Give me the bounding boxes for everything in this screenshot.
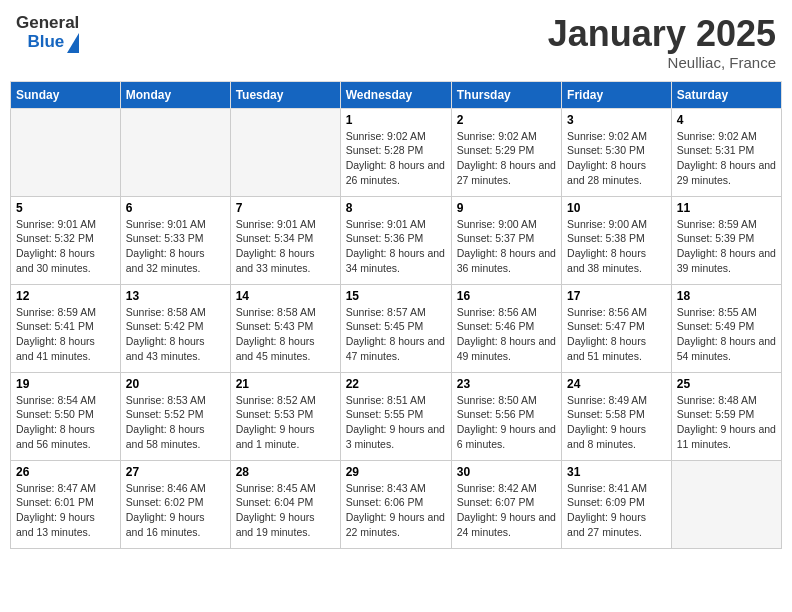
calendar-cell: [671, 460, 781, 548]
calendar-cell: 1Sunrise: 9:02 AMSunset: 5:28 PMDaylight…: [340, 108, 451, 196]
week-row: 1Sunrise: 9:02 AMSunset: 5:28 PMDaylight…: [11, 108, 782, 196]
day-info: Sunrise: 8:59 AMSunset: 5:41 PMDaylight:…: [16, 305, 115, 364]
day-info: Sunrise: 8:46 AMSunset: 6:02 PMDaylight:…: [126, 481, 225, 540]
weekday-header: Friday: [562, 81, 672, 108]
calendar-cell: 25Sunrise: 8:48 AMSunset: 5:59 PMDayligh…: [671, 372, 781, 460]
day-number: 28: [236, 465, 335, 479]
calendar-cell: 19Sunrise: 8:54 AMSunset: 5:50 PMDayligh…: [11, 372, 121, 460]
week-row: 19Sunrise: 8:54 AMSunset: 5:50 PMDayligh…: [11, 372, 782, 460]
day-info: Sunrise: 8:47 AMSunset: 6:01 PMDaylight:…: [16, 481, 115, 540]
day-number: 23: [457, 377, 556, 391]
calendar-cell: 31Sunrise: 8:41 AMSunset: 6:09 PMDayligh…: [562, 460, 672, 548]
calendar-cell: 10Sunrise: 9:00 AMSunset: 5:38 PMDayligh…: [562, 196, 672, 284]
calendar-cell: 27Sunrise: 8:46 AMSunset: 6:02 PMDayligh…: [120, 460, 230, 548]
calendar-cell: 29Sunrise: 8:43 AMSunset: 6:06 PMDayligh…: [340, 460, 451, 548]
logo-triangle-icon: [67, 33, 79, 53]
day-number: 3: [567, 113, 666, 127]
location: Neulliac, France: [548, 54, 776, 71]
day-info: Sunrise: 8:58 AMSunset: 5:42 PMDaylight:…: [126, 305, 225, 364]
day-number: 24: [567, 377, 666, 391]
calendar-cell: 16Sunrise: 8:56 AMSunset: 5:46 PMDayligh…: [451, 284, 561, 372]
calendar-cell: 14Sunrise: 8:58 AMSunset: 5:43 PMDayligh…: [230, 284, 340, 372]
day-number: 10: [567, 201, 666, 215]
calendar-cell: 5Sunrise: 9:01 AMSunset: 5:32 PMDaylight…: [11, 196, 121, 284]
day-info: Sunrise: 9:01 AMSunset: 5:36 PMDaylight:…: [346, 217, 446, 276]
day-number: 17: [567, 289, 666, 303]
day-info: Sunrise: 9:00 AMSunset: 5:37 PMDaylight:…: [457, 217, 556, 276]
day-number: 25: [677, 377, 776, 391]
weekday-header: Tuesday: [230, 81, 340, 108]
day-number: 5: [16, 201, 115, 215]
calendar-cell: 21Sunrise: 8:52 AMSunset: 5:53 PMDayligh…: [230, 372, 340, 460]
day-number: 22: [346, 377, 446, 391]
month-title: January 2025: [548, 14, 776, 54]
day-number: 4: [677, 113, 776, 127]
day-number: 15: [346, 289, 446, 303]
calendar-cell: 17Sunrise: 8:56 AMSunset: 5:47 PMDayligh…: [562, 284, 672, 372]
day-info: Sunrise: 9:02 AMSunset: 5:28 PMDaylight:…: [346, 129, 446, 188]
day-number: 20: [126, 377, 225, 391]
day-number: 12: [16, 289, 115, 303]
day-info: Sunrise: 9:01 AMSunset: 5:34 PMDaylight:…: [236, 217, 335, 276]
day-number: 7: [236, 201, 335, 215]
day-number: 18: [677, 289, 776, 303]
day-info: Sunrise: 9:00 AMSunset: 5:38 PMDaylight:…: [567, 217, 666, 276]
title-block: January 2025 Neulliac, France: [548, 14, 776, 71]
calendar-cell: 20Sunrise: 8:53 AMSunset: 5:52 PMDayligh…: [120, 372, 230, 460]
day-number: 21: [236, 377, 335, 391]
day-info: Sunrise: 9:01 AMSunset: 5:33 PMDaylight:…: [126, 217, 225, 276]
day-info: Sunrise: 8:43 AMSunset: 6:06 PMDaylight:…: [346, 481, 446, 540]
day-number: 6: [126, 201, 225, 215]
day-info: Sunrise: 8:52 AMSunset: 5:53 PMDaylight:…: [236, 393, 335, 452]
day-number: 2: [457, 113, 556, 127]
calendar-cell: 9Sunrise: 9:00 AMSunset: 5:37 PMDaylight…: [451, 196, 561, 284]
logo: General Blue: [16, 14, 79, 51]
calendar-cell: 11Sunrise: 8:59 AMSunset: 5:39 PMDayligh…: [671, 196, 781, 284]
weekday-header: Sunday: [11, 81, 121, 108]
day-info: Sunrise: 8:42 AMSunset: 6:07 PMDaylight:…: [457, 481, 556, 540]
weekday-header: Monday: [120, 81, 230, 108]
day-info: Sunrise: 9:02 AMSunset: 5:29 PMDaylight:…: [457, 129, 556, 188]
calendar-cell: 6Sunrise: 9:01 AMSunset: 5:33 PMDaylight…: [120, 196, 230, 284]
calendar-cell: 2Sunrise: 9:02 AMSunset: 5:29 PMDaylight…: [451, 108, 561, 196]
day-number: 16: [457, 289, 556, 303]
day-info: Sunrise: 8:51 AMSunset: 5:55 PMDaylight:…: [346, 393, 446, 452]
logo-blue: Blue: [27, 33, 64, 52]
weekday-header: Wednesday: [340, 81, 451, 108]
day-info: Sunrise: 8:56 AMSunset: 5:47 PMDaylight:…: [567, 305, 666, 364]
calendar-cell: 15Sunrise: 8:57 AMSunset: 5:45 PMDayligh…: [340, 284, 451, 372]
logo-general: General: [16, 14, 79, 33]
calendar-cell: 12Sunrise: 8:59 AMSunset: 5:41 PMDayligh…: [11, 284, 121, 372]
day-info: Sunrise: 9:01 AMSunset: 5:32 PMDaylight:…: [16, 217, 115, 276]
calendar-cell: 13Sunrise: 8:58 AMSunset: 5:42 PMDayligh…: [120, 284, 230, 372]
day-number: 8: [346, 201, 446, 215]
day-number: 27: [126, 465, 225, 479]
day-number: 31: [567, 465, 666, 479]
weekday-header-row: SundayMondayTuesdayWednesdayThursdayFrid…: [11, 81, 782, 108]
calendar-cell: 22Sunrise: 8:51 AMSunset: 5:55 PMDayligh…: [340, 372, 451, 460]
page-header: General Blue January 2025 Neulliac, Fran…: [10, 10, 782, 75]
day-info: Sunrise: 8:53 AMSunset: 5:52 PMDaylight:…: [126, 393, 225, 452]
weekday-header: Saturday: [671, 81, 781, 108]
day-info: Sunrise: 8:55 AMSunset: 5:49 PMDaylight:…: [677, 305, 776, 364]
calendar-cell: 23Sunrise: 8:50 AMSunset: 5:56 PMDayligh…: [451, 372, 561, 460]
calendar-cell: [11, 108, 121, 196]
calendar-cell: 28Sunrise: 8:45 AMSunset: 6:04 PMDayligh…: [230, 460, 340, 548]
day-info: Sunrise: 8:49 AMSunset: 5:58 PMDaylight:…: [567, 393, 666, 452]
calendar-cell: 18Sunrise: 8:55 AMSunset: 5:49 PMDayligh…: [671, 284, 781, 372]
day-number: 29: [346, 465, 446, 479]
calendar-cell: 4Sunrise: 9:02 AMSunset: 5:31 PMDaylight…: [671, 108, 781, 196]
week-row: 26Sunrise: 8:47 AMSunset: 6:01 PMDayligh…: [11, 460, 782, 548]
calendar-cell: [120, 108, 230, 196]
day-info: Sunrise: 8:48 AMSunset: 5:59 PMDaylight:…: [677, 393, 776, 452]
day-info: Sunrise: 8:50 AMSunset: 5:56 PMDaylight:…: [457, 393, 556, 452]
week-row: 5Sunrise: 9:01 AMSunset: 5:32 PMDaylight…: [11, 196, 782, 284]
calendar-cell: [230, 108, 340, 196]
day-number: 9: [457, 201, 556, 215]
calendar-cell: 24Sunrise: 8:49 AMSunset: 5:58 PMDayligh…: [562, 372, 672, 460]
day-number: 11: [677, 201, 776, 215]
calendar-cell: 30Sunrise: 8:42 AMSunset: 6:07 PMDayligh…: [451, 460, 561, 548]
day-number: 13: [126, 289, 225, 303]
calendar-cell: 3Sunrise: 9:02 AMSunset: 5:30 PMDaylight…: [562, 108, 672, 196]
calendar-cell: 26Sunrise: 8:47 AMSunset: 6:01 PMDayligh…: [11, 460, 121, 548]
